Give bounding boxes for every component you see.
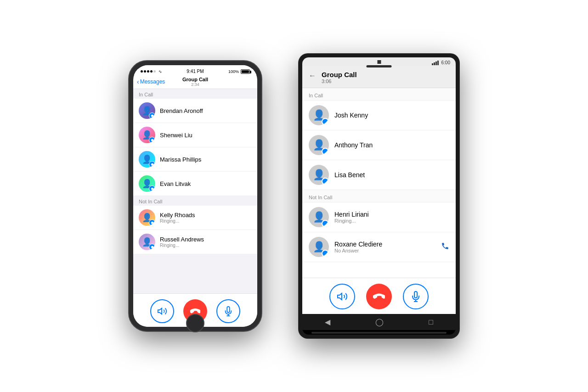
contact-status: Ringing... [334, 218, 369, 224]
iphone-nav-title: Group Call [182, 77, 208, 82]
contact-name: Roxane Clediere [334, 241, 382, 248]
back-button[interactable]: ‹ Messages [137, 78, 165, 85]
iphone-device: ∿ 9:41 PM 100% ‹ Messages Group Call [129, 61, 262, 331]
messenger-badge [149, 219, 155, 226]
contact-name: Josh Kenny [334, 112, 368, 119]
android-nav-subtitle: 3:06 [322, 78, 357, 84]
messenger-badge [149, 137, 155, 143]
messenger-badge [322, 220, 329, 227]
speaker-button[interactable] [150, 299, 174, 323]
contact-name: Henri Liriani [334, 211, 369, 218]
speaker-grille [367, 65, 392, 67]
battery-area: 100% [228, 69, 250, 74]
contact-name: Shenwei Liu [160, 132, 192, 139]
contact-status: No Answer [334, 248, 382, 253]
list-item[interactable]: 👤 Roxane Clediere No Answer [302, 232, 456, 262]
android-speaker-button[interactable] [329, 284, 355, 309]
avatar: 👤 [139, 234, 155, 250]
svg-marker-3 [338, 293, 342, 300]
android-top-bar: ← Group Call 3:06 [302, 66, 456, 88]
avatar: 👤 [139, 151, 155, 168]
android-nav-title: Group Call [322, 71, 357, 78]
iphone-contact-list: In Call 👤 Brendan Aronoff 👤 Shenwei Liu [133, 89, 257, 293]
android-call-controls [302, 278, 456, 314]
contact-name: Brendan Aronoff [160, 107, 203, 114]
avatar: 👤 [309, 105, 329, 125]
contact-status: Ringing... [160, 243, 204, 248]
contact-name: Marissa Phillips [160, 156, 201, 163]
messenger-badge [322, 148, 329, 155]
signal-icon [432, 61, 439, 65]
list-item[interactable]: 👤 Marissa Phillips [133, 147, 257, 172]
list-item[interactable]: 👤 Lisa Benet [302, 160, 456, 190]
signal-dots: ∿ [141, 69, 162, 74]
android-not-in-call-header: Not In Call [302, 190, 456, 202]
android-bottom-strip [311, 332, 447, 334]
recall-button[interactable] [441, 242, 449, 252]
android-mute-button[interactable] [403, 284, 429, 309]
home-nav-icon[interactable]: ◯ [375, 318, 384, 326]
iphone-nav-bar: ‹ Messages Group Call 2:34 [133, 75, 257, 89]
avatar: 👤 [309, 237, 329, 257]
android-time: 6:00 [441, 60, 450, 65]
list-item[interactable]: 👤 Shenwei Liu [133, 123, 257, 147]
back-nav-icon[interactable]: ◀ [325, 318, 330, 326]
messenger-badge [149, 161, 155, 168]
battery-percent: 100% [228, 69, 239, 74]
messenger-badge [322, 178, 329, 185]
iphone-status-bar: ∿ 9:41 PM 100% [139, 68, 252, 75]
list-item[interactable]: 👤 Henri Liriani Ringing... [302, 202, 456, 232]
contact-name: Evan Litvak [160, 180, 191, 187]
avatar: 👤 [139, 175, 155, 192]
iphone-not-in-call-header: Not In Call [133, 196, 257, 206]
list-item[interactable]: 👤 Anthony Tran [302, 130, 456, 160]
contact-name: Anthony Tran [334, 141, 373, 149]
avatar: 👤 [309, 165, 329, 185]
avatar: 👤 [139, 102, 155, 119]
back-label: Messages [140, 78, 165, 85]
avatar: 👤 [309, 135, 329, 155]
avatar: 👤 [139, 127, 155, 143]
mute-button[interactable] [216, 299, 240, 323]
android-back-button[interactable]: ← [309, 72, 316, 80]
contact-name: Lisa Benet [334, 171, 365, 179]
avatar: 👤 [309, 207, 329, 227]
messenger-badge [149, 112, 155, 119]
svg-marker-0 [158, 308, 162, 314]
list-item[interactable]: 👤 Josh Kenny [302, 101, 456, 130]
chevron-left-icon: ‹ [137, 78, 139, 85]
android-end-call-button[interactable] [366, 284, 392, 309]
messenger-badge [322, 118, 329, 125]
messenger-badge [322, 250, 329, 257]
list-item[interactable]: 👤 Kelly Rhoads Ringing... [133, 206, 257, 230]
recents-nav-icon[interactable]: □ [429, 318, 433, 326]
contact-status: Ringing... [160, 218, 195, 224]
camera-dot [377, 60, 381, 64]
iphone-time: 9:41 PM [187, 69, 204, 74]
home-button[interactable] [186, 314, 204, 332]
iphone-nav-subtitle: 2:34 [182, 82, 208, 87]
contact-name: Russell Andrews [160, 236, 204, 243]
list-item[interactable]: 👤 Russell Andrews Ringing... [133, 230, 257, 254]
android-in-call-header: In Call [302, 88, 456, 101]
android-device: 6:00 ← Group Call 3:06 In Call 👤 [299, 54, 459, 338]
wifi-icon: ∿ [158, 69, 162, 74]
list-item[interactable]: 👤 Evan Litvak [133, 172, 257, 196]
android-nav-bar: ◀ ◯ □ [302, 314, 456, 330]
messenger-badge [149, 244, 155, 250]
avatar: 👤 [139, 209, 155, 226]
contact-name: Kelly Rhoads [160, 212, 195, 218]
messenger-badge [149, 185, 155, 192]
iphone-in-call-header: In Call [133, 89, 257, 99]
android-contact-list: In Call 👤 Josh Kenny 👤 Anthony Tran [302, 88, 456, 278]
list-item[interactable]: 👤 Brendan Aronoff [133, 99, 257, 123]
